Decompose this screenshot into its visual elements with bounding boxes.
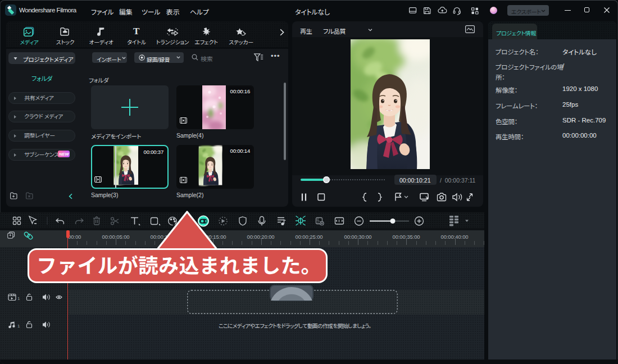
svg-text:1: 1 (17, 296, 20, 301)
svg-text:1: 1 (17, 324, 20, 329)
